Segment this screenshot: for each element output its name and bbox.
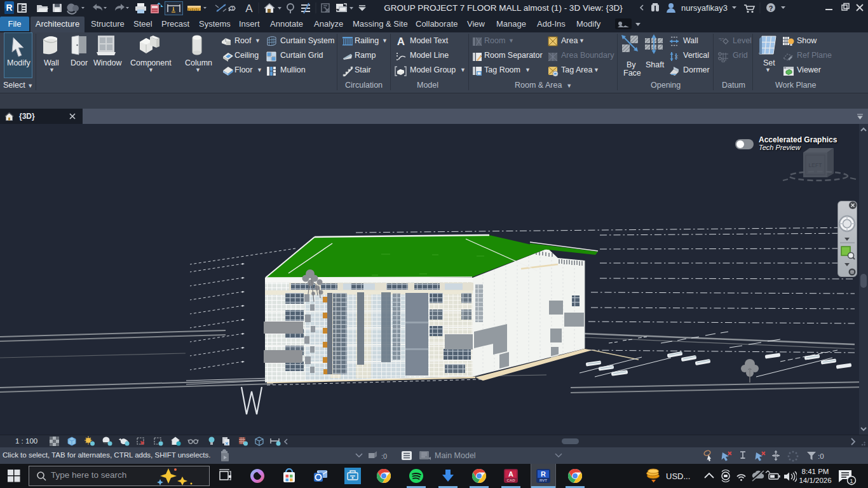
svg-text:?: ? xyxy=(769,4,773,12)
svg-text::0: :0 xyxy=(818,452,824,460)
svg-text:A: A xyxy=(397,36,405,47)
svg-text:A: A xyxy=(508,470,513,478)
svg-text:R: R xyxy=(6,3,12,13)
svg-text:1: 1 xyxy=(850,477,853,484)
svg-text:A: A xyxy=(245,3,253,15)
svg-text:CAD: CAD xyxy=(507,478,516,482)
svg-text:GROUP PROJECT 7 FLOOR MALL alm: GROUP PROJECT 7 FLOOR MALL almost (1) - … xyxy=(384,3,623,13)
svg-text:RVT: RVT xyxy=(539,478,547,482)
svg-text::0: :0 xyxy=(381,452,387,460)
svg-text:1: 1 xyxy=(231,6,234,11)
svg-text:R: R xyxy=(541,470,546,478)
svg-text:nursyafikay3: nursyafikay3 xyxy=(681,3,728,13)
svg-text:LEFT: LEFT xyxy=(809,162,822,168)
svg-text:1: 1 xyxy=(720,37,722,41)
